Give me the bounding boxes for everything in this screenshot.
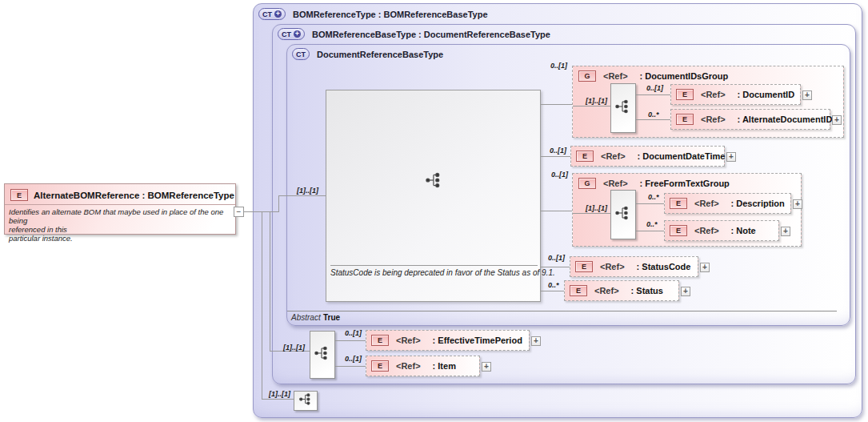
expand-icon[interactable]: + xyxy=(482,362,491,372)
element-box-effectivetimeperiod[interactable]: E <Ref> : EffectiveTimePeriod + xyxy=(366,330,530,351)
cardinality-label: 0..* xyxy=(648,111,659,119)
element-icon: E xyxy=(676,114,694,125)
sequence-compositor-documentidsgroup[interactable] xyxy=(610,83,636,133)
element-icon: E xyxy=(371,360,389,372)
element-name: : Item xyxy=(433,361,456,371)
ref-label: <Ref> xyxy=(701,90,726,99)
cardinality-label: [1]..[1] xyxy=(586,204,607,212)
ref-label: <Ref> xyxy=(603,71,628,81)
element-box-item[interactable]: E <Ref> : Item + xyxy=(366,356,480,376)
element-icon: E xyxy=(570,285,587,296)
connector-line xyxy=(541,291,564,291)
deprecation-annotation: StatusCode is being deprecated in favor … xyxy=(330,268,555,277)
cardinality-label: 0..[1] xyxy=(345,355,362,363)
element-annotation: Identifies an alternate BOM that maybe u… xyxy=(5,205,235,243)
element-box-alternatebomreference[interactable]: E AlternateBOMReference : BOMReferenceTy… xyxy=(4,183,236,235)
cardinality-label: 0..* xyxy=(648,193,659,201)
sequence-icon xyxy=(314,345,330,364)
cardinality-label: 0..* xyxy=(646,220,658,228)
element-name: : DocumentID xyxy=(738,90,795,99)
cardinality-label: [1]..[1] xyxy=(586,97,607,105)
element-box-status[interactable]: E <Ref> : Status + xyxy=(564,280,679,301)
expand-icon[interactable]: + xyxy=(681,287,690,296)
sequence-compositor-bomreferencebasetype[interactable] xyxy=(310,331,335,379)
connector-line xyxy=(278,195,279,212)
connector-line xyxy=(636,119,670,120)
group-icon: G xyxy=(578,70,596,82)
cardinality-label: [1]..[1] xyxy=(297,187,318,195)
group-header-freeformtextgroup: G <Ref> : FreeFormTextGroup xyxy=(578,178,730,189)
complextype-header-bomreferencetype[interactable]: CT+ BOMReferenceType : BOMReferenceBaseT… xyxy=(258,8,488,20)
connector-line xyxy=(262,211,262,399)
expand-icon[interactable]: + xyxy=(802,90,812,100)
expand-icon[interactable]: + xyxy=(531,336,541,346)
cardinality-label: 0..[1] xyxy=(646,84,663,92)
ref-label: <Ref> xyxy=(694,226,719,235)
element-box-documentdatetime[interactable]: E <Ref> : DocumentDateTime + xyxy=(570,146,725,167)
element-icon: E xyxy=(371,335,389,346)
ref-label: <Ref> xyxy=(396,336,421,345)
expand-icon[interactable]: + xyxy=(793,199,802,209)
connector-line xyxy=(541,104,572,105)
element-name: : DocumentDateTime xyxy=(638,151,726,161)
element-box-statuscode[interactable]: E <Ref> : StatusCode + xyxy=(570,256,698,277)
ref-label: <Ref> xyxy=(594,286,619,295)
sequence-compositor-freeformtextgroup[interactable] xyxy=(610,190,636,239)
element-icon: E xyxy=(670,198,687,209)
expand-icon[interactable]: + xyxy=(832,115,842,125)
connector-line xyxy=(541,211,572,211)
group-header-documentidsgroup: G <Ref> : DocumentIDsGroup xyxy=(578,70,728,82)
abstract-divider xyxy=(287,311,837,311)
cardinality-label: 0..[1] xyxy=(550,147,566,155)
element-icon: E xyxy=(676,89,694,100)
cardinality-label: [1]..[1] xyxy=(269,390,290,398)
group-name: : FreeFormTextGroup xyxy=(640,179,730,188)
content-model-box[interactable]: StatusCode is being deprecated in favor … xyxy=(326,90,541,302)
cardinality-label: 0..* xyxy=(548,281,559,289)
element-box-documentid[interactable]: E <Ref> : DocumentID + xyxy=(670,84,801,105)
element-title: AlternateBOMReference : BOMReferenceType xyxy=(34,191,234,200)
connector-line xyxy=(541,156,570,157)
sequence-compositor-bomreferencetype[interactable] xyxy=(294,391,318,411)
complextype-header-documentreferencebasetype[interactable]: CT DocumentReferenceBaseType xyxy=(292,48,443,60)
connector-line xyxy=(573,213,610,214)
complextype-title: DocumentReferenceBaseType xyxy=(317,50,443,59)
sequence-icon xyxy=(615,98,631,118)
cardinality-label: 0..[1] xyxy=(551,171,568,179)
complextype-header-bomreferencebasetype[interactable]: CT+ BOMReferenceBaseType : DocumentRefer… xyxy=(278,28,550,40)
element-name: : AlternateDocumentID xyxy=(738,115,833,124)
expand-icon[interactable]: + xyxy=(700,263,710,272)
element-icon: E xyxy=(10,189,28,201)
expand-icon[interactable]: + xyxy=(726,152,736,162)
abstract-value: True xyxy=(323,313,340,322)
complextype-icon: CT+ xyxy=(258,8,286,20)
sequence-icon xyxy=(615,205,631,224)
complextype-icon: CT xyxy=(292,48,310,60)
element-box-alternatedocumentid[interactable]: E <Ref> : AlternateDocumentID + xyxy=(670,109,830,130)
derived-plus-icon: + xyxy=(274,10,282,18)
element-box-description[interactable]: E <Ref> : Description + xyxy=(664,193,791,214)
derived-plus-icon: + xyxy=(294,30,301,38)
element-name: : Note xyxy=(731,226,756,235)
connector-line xyxy=(335,340,366,341)
connector-line xyxy=(636,94,670,95)
collapse-icon[interactable]: − xyxy=(234,207,244,217)
expand-icon[interactable]: + xyxy=(781,227,790,236)
element-header: E AlternateBOMReference : BOMReferenceTy… xyxy=(5,184,235,205)
connector-line xyxy=(270,211,270,351)
element-icon: E xyxy=(575,261,593,272)
element-name: : Status xyxy=(631,286,663,295)
connector-line xyxy=(636,231,664,231)
cardinality-label: 0..[1] xyxy=(345,329,362,337)
sequence-icon xyxy=(299,392,313,409)
sequence-icon xyxy=(426,171,443,192)
connector-line xyxy=(335,366,366,367)
ref-label: <Ref> xyxy=(601,151,626,161)
abstract-label: Abstract xyxy=(291,313,321,322)
element-box-note[interactable]: E <Ref> : Note + xyxy=(664,220,779,241)
ref-label: <Ref> xyxy=(600,262,625,271)
group-name: : DocumentIDsGroup xyxy=(640,71,729,81)
element-name: : Description xyxy=(731,199,785,208)
connector-line xyxy=(573,106,610,107)
ref-label: <Ref> xyxy=(701,115,726,124)
